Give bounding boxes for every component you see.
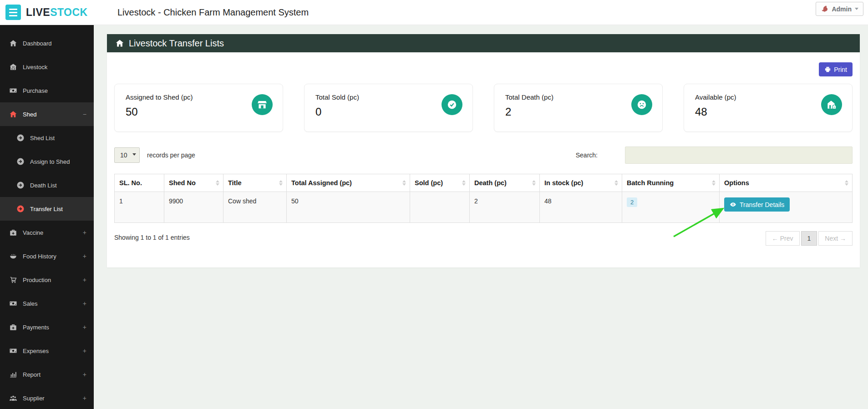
cell-total-assigned: 50 [287, 192, 410, 223]
sidebar-item-vaccine[interactable]: Vaccine + [0, 221, 94, 244]
sidebar-item-purchase[interactable]: Purchase [0, 79, 94, 102]
records-per-page-select[interactable]: 10 [114, 147, 140, 163]
column-header-in-stock[interactable]: In stock (pc) [540, 174, 622, 192]
sidebar-item-supplier[interactable]: Supplier + [0, 386, 94, 409]
admin-dropdown[interactable]: Admin [816, 2, 863, 16]
sort-icon [279, 180, 283, 186]
print-label: Print [834, 66, 847, 73]
sidebar-item-shed[interactable]: Shed − [0, 102, 94, 126]
transfer-lists-panel: Livestock Transfer Lists Print Assigned … [107, 34, 860, 268]
panel-body: Print Assigned to Shed (pc) 50 Total Sol… [107, 52, 860, 268]
column-header-options[interactable]: Options [720, 174, 853, 192]
column-label: Title [228, 179, 242, 187]
sort-icon [402, 180, 406, 186]
sidebar-item-label: Expenses [23, 348, 49, 354]
arrow-circle-right-icon [16, 134, 25, 142]
panel-title: Livestock Transfer Lists [129, 38, 224, 49]
sidebar-item-label: Shed List [30, 135, 55, 141]
search-input[interactable] [625, 146, 853, 164]
sidebar-item-label: Vaccine [23, 229, 43, 236]
barn-icon [9, 63, 17, 71]
page-1-button[interactable]: 1 [801, 231, 817, 246]
expand-icon: + [83, 229, 86, 236]
column-label: Options [724, 179, 749, 187]
sidebar-item-production[interactable]: Production + [0, 268, 94, 292]
stat-cards: Assigned to Shed (pc) 50 Total Sold (pc)… [114, 84, 853, 132]
sidebar-item-expenses[interactable]: Expenses + [0, 339, 94, 363]
stat-label: Available (pc) [695, 93, 841, 101]
sidebar-item-food-history[interactable]: Food History + [0, 244, 94, 268]
prev-page-button[interactable]: ← Prev [766, 231, 800, 246]
sidebar-item-sales[interactable]: Sales + [0, 292, 94, 315]
main-content: Livestock Transfer Lists Print Assigned … [94, 25, 868, 409]
column-header-sl-no: SL. No. [115, 174, 164, 192]
store-lock-icon [821, 94, 842, 115]
expand-icon: + [83, 371, 86, 378]
sidebar-item-dashboard[interactable]: Dashboard [0, 31, 94, 55]
sidebar-item-transfer-list[interactable]: Transfer List [0, 197, 94, 221]
search-label: Search: [576, 151, 598, 159]
sidebar-item-label: Shed [23, 111, 36, 118]
cell-options: Transfer Details [720, 192, 853, 223]
sidebar-item-shed-list[interactable]: Shed List [0, 126, 94, 150]
column-header-shed-no[interactable]: Shed No [164, 174, 223, 192]
sidebar-item-label: Supplier [23, 395, 45, 402]
sidebar-item-label: Production [23, 277, 51, 283]
sidebar-item-label: Food History [23, 253, 56, 260]
briefcase-icon [9, 323, 17, 331]
table-row: 1 9900 Cow shed 50 2 48 2 Transf [115, 192, 853, 223]
cell-in-stock: 48 [540, 192, 622, 223]
column-header-sold[interactable]: Sold (pc) [410, 174, 470, 192]
sort-icon [532, 180, 536, 186]
print-button[interactable]: Print [819, 62, 853, 76]
stat-card-sold: Total Sold (pc) 0 [304, 84, 473, 132]
sidebar: Dashboard Livestock Purchase Shed − Shed… [0, 25, 94, 409]
transfer-details-button[interactable]: Transfer Details [724, 197, 790, 212]
logo-live-text: LIVE [26, 6, 50, 18]
banknote-icon [9, 299, 17, 308]
banknote-icon [9, 86, 17, 95]
stat-value: 0 [315, 106, 462, 118]
printer-icon [824, 66, 831, 73]
sidebar-item-livestock[interactable]: Livestock [0, 55, 94, 79]
pagination: ← Prev 1 Next → [766, 231, 853, 246]
next-page-button[interactable]: Next → [818, 231, 853, 246]
users-icon [9, 394, 17, 402]
column-header-total-assigned[interactable]: Total Assigned (pc) [287, 174, 410, 192]
hamburger-menu-icon[interactable] [5, 5, 21, 20]
sort-icon [845, 180, 848, 186]
table-footer: Showing 1 to 1 of 1 entries ← Prev 1 Nex… [114, 231, 853, 246]
batch-running-badge: 2 [627, 197, 637, 207]
column-header-death[interactable]: Death (pc) [470, 174, 540, 192]
sidebar-item-label: Transfer List [30, 206, 63, 212]
stat-label: Total Death (pc) [505, 93, 651, 101]
stat-value: 50 [126, 106, 272, 118]
sidebar-item-assign-to-shed[interactable]: Assign to Shed [0, 150, 94, 173]
sidebar-item-label: Livestock [23, 64, 47, 71]
sidebar-item-death-list[interactable]: Death List [0, 173, 94, 197]
cell-shed-no: 9900 [164, 192, 223, 223]
food-bowl-icon [9, 252, 17, 260]
column-label: Shed No [169, 179, 196, 187]
topbar: LIVESTOCK Livestock - Chicken Farm Manag… [0, 0, 868, 25]
app-logo[interactable]: LIVESTOCK [26, 6, 88, 19]
column-label: Total Assigned (pc) [291, 179, 352, 187]
frown-icon [631, 94, 652, 115]
stat-card-death: Total Death (pc) 2 [494, 84, 663, 132]
sidebar-item-label: Sales [23, 300, 38, 307]
transfer-table: SL. No. Shed No Title Total Assigned (pc… [114, 174, 853, 223]
expand-icon: + [83, 276, 86, 283]
check-circle-icon [442, 94, 462, 115]
table-header-row: SL. No. Shed No Title Total Assigned (pc… [115, 174, 853, 192]
eye-icon [730, 201, 736, 208]
stat-value: 2 [505, 106, 651, 118]
column-label: Sold (pc) [415, 179, 443, 187]
cart-icon [9, 276, 17, 284]
sidebar-item-report[interactable]: Report + [0, 363, 94, 386]
sidebar-item-label: Payments [23, 324, 49, 331]
cell-sl-no: 1 [115, 192, 164, 223]
column-header-title[interactable]: Title [223, 174, 287, 192]
arrow-circle-right-icon [16, 181, 25, 189]
column-header-batch-running[interactable]: Batch Running [622, 174, 720, 192]
sidebar-item-payments[interactable]: Payments + [0, 315, 94, 339]
